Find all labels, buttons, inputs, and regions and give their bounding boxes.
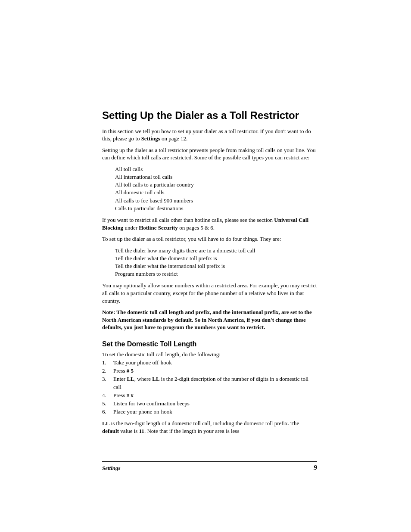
paragraph: In this section we tell you how to set u… bbox=[102, 128, 317, 143]
list-item: All international toll calls bbox=[115, 173, 317, 181]
step-text: Press # 5 bbox=[113, 367, 317, 375]
text: If you want to restrict all calls other … bbox=[102, 217, 274, 223]
text: is the two-digit length of a domestic to… bbox=[109, 420, 299, 426]
default-label: default bbox=[102, 428, 119, 434]
procedure-step: 2. Press # 5 bbox=[102, 367, 317, 375]
text: , where bbox=[134, 376, 153, 382]
list-item: Calls to particular destinations bbox=[115, 205, 317, 212]
footer-page-number: 9 bbox=[314, 464, 317, 472]
procedure-list: 1. Take your phone off-hook 2. Press # 5… bbox=[102, 359, 317, 416]
step-number: 3. bbox=[102, 375, 113, 392]
paragraph: You may optionally allow some numbers wi… bbox=[102, 282, 317, 305]
step-number: 4. bbox=[102, 392, 113, 400]
list-item: Program numbers to restrict bbox=[115, 270, 317, 278]
text: under bbox=[123, 224, 139, 231]
footer-rule bbox=[102, 461, 317, 462]
list-item: Tell the dialer what the domestic toll p… bbox=[115, 255, 317, 262]
procedure-step: 3. Enter LL, where LL is the 2-digit des… bbox=[102, 375, 317, 392]
list-item: All calls to fee-based 900 numbers bbox=[115, 197, 317, 205]
variable: LL bbox=[152, 376, 159, 382]
key-sequence: # # bbox=[127, 392, 134, 398]
list-item: All toll calls bbox=[115, 165, 317, 173]
key-sequence: # 5 bbox=[127, 367, 134, 374]
note-paragraph: Note: The domestic toll call length and … bbox=[102, 308, 317, 331]
document-page: Setting Up the Dialer as a Toll Restrict… bbox=[0, 0, 411, 532]
footer-row: Settings 9 bbox=[102, 464, 317, 472]
paragraph: If you want to restrict all calls other … bbox=[102, 216, 317, 231]
restrict-types-list: All toll calls All international toll ca… bbox=[115, 165, 317, 212]
list-item: All domestic toll calls bbox=[115, 189, 317, 196]
procedure-step: 6. Place your phone on-hook bbox=[102, 408, 317, 416]
paragraph: Setting up the dialer as a toll restrict… bbox=[102, 146, 317, 162]
step-text: Listen for two confirmation beeps bbox=[113, 400, 317, 408]
text: Press bbox=[113, 367, 127, 374]
procedure-step: 5. Listen for two confirmation beeps bbox=[102, 400, 317, 408]
setup-steps-list: Tell the dialer how many digits there ar… bbox=[115, 247, 317, 278]
hotline-security-ref: Hotline Security bbox=[139, 224, 178, 231]
text: . Note that if the length in your area i… bbox=[144, 428, 240, 434]
step-text: Enter LL, where LL is the 2-digit descri… bbox=[113, 375, 317, 392]
variable: LL bbox=[102, 420, 109, 426]
step-number: 5. bbox=[102, 400, 113, 408]
footer-section-label: Settings bbox=[102, 465, 121, 472]
step-text: Take your phone off-hook bbox=[113, 359, 317, 367]
step-number: 2. bbox=[102, 367, 113, 375]
text: Press bbox=[113, 392, 127, 398]
text: on page 12. bbox=[160, 135, 188, 142]
paragraph: To set up the dialer as a toll restricto… bbox=[102, 235, 317, 243]
page-title: Setting Up the Dialer as a Toll Restrict… bbox=[102, 109, 317, 122]
list-item: All toll calls to a particular country bbox=[115, 181, 317, 189]
variable: LL bbox=[127, 376, 134, 382]
paragraph: LL is the two-digit length of a domestic… bbox=[102, 420, 317, 435]
default-value: 11 bbox=[139, 428, 144, 434]
step-number: 6. bbox=[102, 408, 113, 416]
procedure-step: 4. Press # # bbox=[102, 392, 317, 400]
section-heading: Set the Domestic Toll Length bbox=[102, 340, 317, 348]
list-item: Tell the dialer what the international t… bbox=[115, 262, 317, 270]
page-footer: Settings 9 bbox=[102, 458, 317, 472]
procedure-step: 1. Take your phone off-hook bbox=[102, 359, 317, 367]
step-text: Press # # bbox=[113, 392, 317, 400]
text: In this section we tell you how to set u… bbox=[102, 128, 311, 142]
text: on pages 5 & 6. bbox=[178, 224, 215, 231]
settings-ref: Settings bbox=[141, 135, 160, 142]
step-text: Place your phone on-hook bbox=[113, 408, 317, 416]
step-number: 1. bbox=[102, 359, 113, 367]
list-item: Tell the dialer how many digits there ar… bbox=[115, 247, 317, 255]
text: Enter bbox=[113, 376, 127, 382]
paragraph: To set the domestic toll call length, do… bbox=[102, 351, 317, 358]
text: value is bbox=[119, 428, 139, 434]
